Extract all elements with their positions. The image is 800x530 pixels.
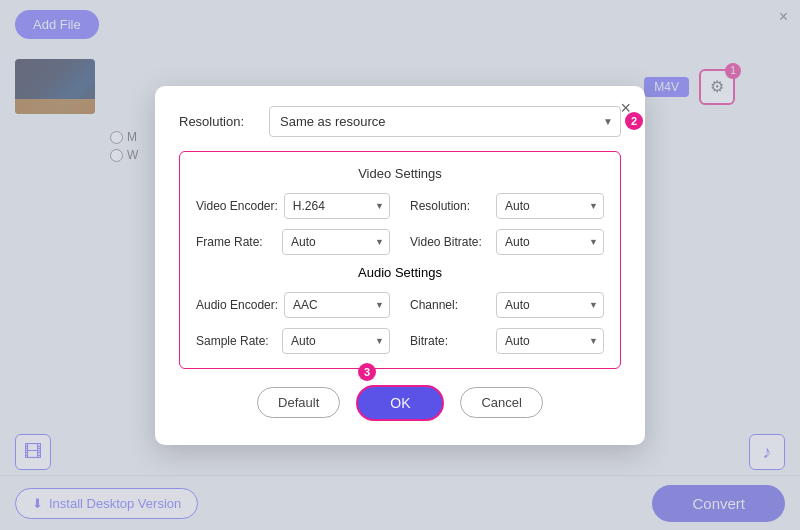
resolution-row: Resolution: Same as resource ▼ 2 — [179, 106, 621, 137]
video-encoder-row: Video Encoder: H.264 ▼ — [196, 193, 390, 219]
channel-select[interactable]: Auto — [496, 292, 604, 318]
bitrate-label: Bitrate: — [410, 334, 490, 348]
resolution-label: Resolution: — [179, 114, 269, 129]
sample-rate-label: Sample Rate: — [196, 334, 276, 348]
resolution-select-wrap: Same as resource ▼ 2 — [269, 106, 621, 137]
video-bitrate-select-wrap: Auto ▼ — [496, 229, 604, 255]
resolution-auto-select[interactable]: Auto — [496, 193, 604, 219]
resolution-badge: 2 — [625, 112, 643, 130]
audio-settings-title: Audio Settings — [196, 265, 604, 280]
ok-badge: 3 — [358, 363, 376, 381]
sample-rate-select[interactable]: Auto — [282, 328, 390, 354]
frame-rate-row: Frame Rate: Auto ▼ — [196, 229, 390, 255]
resolution-auto-label: Resolution: — [410, 199, 490, 213]
channel-select-wrap: Auto ▼ — [496, 292, 604, 318]
audio-encoder-select[interactable]: AAC — [284, 292, 390, 318]
video-encoder-label: Video Encoder: — [196, 199, 278, 213]
audio-settings-grid: Audio Encoder: AAC ▼ Channel: Auto — [196, 292, 604, 354]
audio-encoder-label: Audio Encoder: — [196, 298, 278, 312]
settings-dialog: × Resolution: Same as resource ▼ 2 Video… — [155, 86, 645, 445]
dialog-footer: 3 Default OK Cancel — [179, 385, 621, 421]
channel-row: Channel: Auto ▼ — [410, 292, 604, 318]
video-bitrate-row: Video Bitrate: Auto ▼ — [410, 229, 604, 255]
channel-label: Channel: — [410, 298, 490, 312]
frame-rate-select[interactable]: Auto — [282, 229, 390, 255]
video-encoder-select-wrap: H.264 ▼ — [284, 193, 390, 219]
bitrate-row: Bitrate: Auto ▼ — [410, 328, 604, 354]
resolution-auto-row: Resolution: Auto ▼ — [410, 193, 604, 219]
ok-button[interactable]: OK — [356, 385, 444, 421]
video-encoder-select[interactable]: H.264 — [284, 193, 390, 219]
frame-rate-select-wrap: Auto ▼ — [282, 229, 390, 255]
resolution-auto-select-wrap: Auto ▼ — [496, 193, 604, 219]
frame-rate-label: Frame Rate: — [196, 235, 276, 249]
audio-encoder-row: Audio Encoder: AAC ▼ — [196, 292, 390, 318]
video-settings-title: Video Settings — [196, 166, 604, 181]
sample-rate-select-wrap: Auto ▼ — [282, 328, 390, 354]
resolution-select[interactable]: Same as resource — [269, 106, 621, 137]
sample-rate-row: Sample Rate: Auto ▼ — [196, 328, 390, 354]
app-background: Add File × M4V ⚙ 1 M W 🎞 ♪ — [0, 0, 800, 530]
modal-overlay: × Resolution: Same as resource ▼ 2 Video… — [0, 0, 800, 530]
audio-encoder-select-wrap: AAC ▼ — [284, 292, 390, 318]
cancel-button[interactable]: Cancel — [460, 387, 542, 418]
video-bitrate-label: Video Bitrate: — [410, 235, 490, 249]
bitrate-select-wrap: Auto ▼ — [496, 328, 604, 354]
video-settings-grid: Video Encoder: H.264 ▼ Resolution: — [196, 193, 604, 255]
settings-box: Video Settings Video Encoder: H.264 ▼ Re… — [179, 151, 621, 369]
default-button[interactable]: Default — [257, 387, 340, 418]
bitrate-select[interactable]: Auto — [496, 328, 604, 354]
video-bitrate-select[interactable]: Auto — [496, 229, 604, 255]
